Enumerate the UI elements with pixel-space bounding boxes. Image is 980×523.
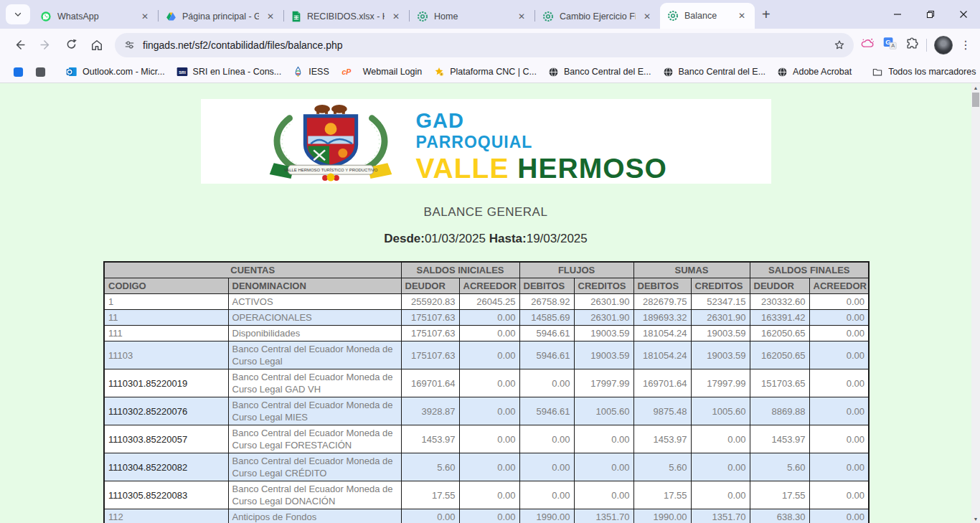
tab-close-button[interactable]: ✕ [390,11,402,22]
cell-value: 5946.61 [519,341,574,369]
tab-home[interactable]: Home✕ [410,4,534,29]
bookmark-iess[interactable]: IESS [287,64,335,80]
translate-button[interactable]: GA [882,36,897,54]
browser-toolbar: fingads.net/sf2/contabilidad/files/balan… [0,29,980,61]
table-row: 1110303.85220057Banco Central del Ecuado… [104,425,869,453]
browser-menu-button[interactable]: ⋮ [960,38,971,52]
cell-value: 0.00 [809,310,869,326]
column-header-cell: ACREEDOR [809,278,869,294]
bookmark-label: Banco Central del E... [679,67,766,77]
cell-value: 1005.60 [574,397,633,425]
bookmark-banco-central-del-e[interactable]: Banco Central del E... [542,65,657,80]
cell-value: 175107.63 [401,310,459,326]
bookmark-sri-en-l-nea-cons[interactable]: SRISRI en Línea - Cons... [171,64,288,80]
cell-value: 0.00 [691,481,750,509]
cell-value: 5946.61 [519,397,574,425]
toolbar-divider [926,39,927,52]
scroll-up-arrow[interactable]: ▲ [971,83,980,92]
address-bar[interactable]: fingads.net/sf2/contabilidad/files/balan… [115,33,854,57]
page-area: VALLE HERMOSO TURÍSTICO Y PRODUCTIVO GAD… [0,83,971,523]
cell-value: 0.00 [519,481,574,509]
bookmark-plataforma-cnc-c[interactable]: Plataforma CNC | C... [428,64,542,80]
tab-close-button[interactable]: ✕ [265,11,276,22]
bookmark-webmail-login[interactable]: cPWebmail Login [335,64,428,80]
cell-value: 175107.63 [401,326,459,341]
drive-icon [166,11,176,22]
tab-p-gina-principal-go[interactable]: Página principal - Go...✕ [159,4,283,29]
scroll-down-arrow[interactable]: ▼ [971,514,980,523]
forward-icon [39,38,52,52]
labs-button[interactable] [859,37,875,54]
balance-table-wrap: CUENTASSALDOS INICIALESFLUJOSSUMASSALDOS… [103,261,868,523]
date-from-label: Desde: [384,232,425,245]
close-window-button[interactable] [947,0,980,29]
home-button[interactable] [85,33,109,57]
tab-recibidos-xlsx-hoj[interactable]: RECIBIDOS.xlsx - Hoj...✕ [284,4,409,29]
globe-icon [663,67,674,77]
cell-value: 5.60 [633,453,691,481]
bookmark-label: Adobe Acrobat [793,67,852,77]
cell-value: 0.00 [459,369,519,397]
report-period: Desde:01/03/2025 Hasta:19/03/2025 [0,232,971,246]
scrollbar-thumb[interactable] [972,93,979,107]
reload-button[interactable] [59,33,83,57]
extensions-button[interactable] [905,37,919,54]
bookmark-label: SRI en Línea - Cons... [193,67,282,77]
restore-button[interactable] [914,0,947,29]
tab-whatsapp[interactable]: WhatsApp✕ [33,4,158,29]
tab-cambio-ejercicio-fisc[interactable]: Cambio Ejercicio Fisc...✕ [535,4,660,29]
cell-value: 0.00 [459,397,519,425]
tab-close-button[interactable]: ✕ [641,11,653,22]
url-text[interactable]: fingads.net/sf2/contabilidad/files/balan… [143,39,829,51]
table-header-row: CODIGODENOMINACIONDEUDORACREEDORDEBITOSC… [104,278,869,294]
bookmark-outlook-com-micr[interactable]: Outlook.com - Micr... [60,64,171,80]
site-settings-icon[interactable] [123,39,136,51]
bookmarks-bar: Outlook.com - Micr...SRISRI en Línea - C… [0,61,980,83]
cell-value: 1990.00 [519,509,574,523]
bookmark-star-button[interactable] [829,35,849,55]
bookmark-banco-central-del-e[interactable]: Banco Central del E... [657,65,772,80]
bookmark-adobe-acrobat[interactable]: Adobe Acrobat [771,65,857,80]
tab-close-button[interactable]: ✕ [516,11,527,22]
profile-avatar[interactable] [934,36,953,55]
cell-codigo: 112 [104,509,228,523]
back-button[interactable] [7,33,32,57]
all-bookmarks-button[interactable]: Todos los marcadores [866,65,980,80]
cell-value: 0.00 [519,369,574,397]
cell-codigo: 11 [104,310,228,326]
toolbar-right-icons: GA ⋮ [859,36,973,55]
cell-value: 0.00 [809,326,869,341]
globe-icon [548,67,559,77]
new-tab-button[interactable]: + [762,6,771,23]
table-row: 1110305.85220083Banco Central del Ecuado… [104,481,869,509]
tab-search-button[interactable] [6,4,30,24]
cnc-icon [433,66,445,77]
cell-value: 0.00 [574,425,633,453]
cell-value: 0.00 [459,509,519,523]
cell-value: 0.00 [809,453,869,481]
window-controls [881,0,980,29]
vertical-scrollbar[interactable]: ▲ ▼ [971,83,980,523]
reload-icon [65,38,78,52]
bookmark-blue-square[interactable] [7,65,29,80]
tab-close-button[interactable]: ✕ [736,10,748,22]
minimize-button[interactable] [881,0,914,29]
cell-value: 0.00 [809,294,869,310]
bookmark-label: Outlook.com - Micr... [83,67,165,77]
column-header-cell: DEUDOR [401,278,459,294]
bookmark-gray-square[interactable] [29,65,52,80]
cell-value: 17997.99 [691,369,750,397]
forward-button[interactable] [33,33,57,57]
cell-codigo: 11103 [104,341,228,369]
date-to-value: 19/03/2025 [527,232,588,245]
date-to-label: Hasta: [489,232,527,245]
cell-value: 0.00 [574,453,633,481]
tab-close-button[interactable]: ✕ [139,11,151,22]
home-icon [90,38,104,52]
cell-value: 26301.90 [574,294,633,310]
cell-value: 26758.92 [519,294,574,310]
cell-value: 0.00 [401,509,459,523]
cell-value: 169701.64 [633,369,691,397]
bookmark-label: IESS [308,67,329,77]
tab-balance[interactable]: Balance✕ [660,3,755,29]
